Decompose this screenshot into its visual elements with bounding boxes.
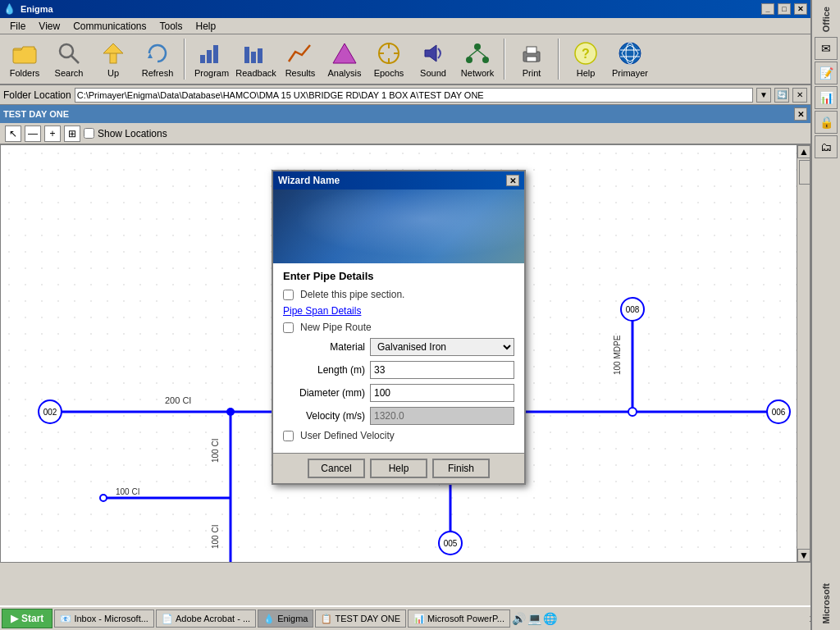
svg-text:100 MDPE: 100 MDPE xyxy=(613,335,622,375)
show-locations-label: Show Locations xyxy=(98,128,167,139)
minimize-button[interactable]: _ xyxy=(761,3,774,15)
wizard-help-button[interactable]: Help xyxy=(370,459,427,478)
scroll-down-button[interactable]: ▼ xyxy=(797,549,810,562)
results-label: Results xyxy=(285,68,316,78)
menu-help[interactable]: Help xyxy=(189,19,223,34)
taskbar-powerpoint[interactable]: 📊 Microsoft PowerP... xyxy=(408,609,510,628)
help-label: Help xyxy=(577,68,596,78)
folders-button[interactable]: Folders xyxy=(3,36,46,82)
program-button[interactable]: Program xyxy=(190,36,233,82)
pointer-tool-button[interactable]: ↖ xyxy=(5,126,21,142)
epochs-label: Epochs xyxy=(374,68,404,78)
wizard-title-bar: Wizard Name ✕ xyxy=(273,171,524,189)
results-button[interactable]: Results xyxy=(279,36,322,82)
svg-point-85 xyxy=(100,495,107,501)
svg-marker-12 xyxy=(333,43,356,63)
network-button[interactable]: Network xyxy=(456,36,499,82)
network-canvas[interactable]: 200 CI 100 CI 100 CI 100 CI 100 CI 100 M… xyxy=(0,144,810,563)
menu-tools[interactable]: Tools xyxy=(153,19,189,34)
taskbar-acrobat[interactable]: 📄 Adobe Acrobat - ... xyxy=(156,609,256,628)
taskbar-testday-label: TEST DAY ONE xyxy=(336,614,400,623)
svg-rect-26 xyxy=(527,57,536,62)
show-locations-checkbox-label[interactable]: Show Locations xyxy=(84,128,167,139)
svg-rect-11 xyxy=(258,48,262,63)
wizard-cancel-button[interactable]: Cancel xyxy=(308,459,365,478)
material-select[interactable]: Galvanised Iron MDPE CI PVC xyxy=(370,338,514,356)
velocity-input xyxy=(370,407,514,425)
addr-close-button[interactable]: ✕ xyxy=(792,88,807,103)
taskbar-inbox[interactable]: 📧 Inbox - Microsoft... xyxy=(54,609,154,628)
taskbar-enigma[interactable]: 💧 Enigma xyxy=(258,609,313,628)
primayer-button[interactable]: Primayer xyxy=(609,36,651,82)
length-input[interactable] xyxy=(370,361,514,379)
sidebar-lock-icon[interactable]: 🔒 xyxy=(815,111,838,134)
folder-location-input[interactable] xyxy=(75,88,753,103)
sidebar-chart-icon[interactable]: 📊 xyxy=(815,86,838,109)
readback-button[interactable]: Readback xyxy=(235,36,277,82)
document-title: TEST DAY ONE xyxy=(3,109,69,119)
show-locations-checkbox[interactable] xyxy=(84,128,94,139)
taskbar-enigma-label: Enigma xyxy=(277,614,308,623)
up-button[interactable]: Up xyxy=(92,36,135,82)
menu-view[interactable]: View xyxy=(32,19,66,34)
document-close-button[interactable]: ✕ xyxy=(794,107,807,121)
document-title-bar: TEST DAY ONE ✕ xyxy=(0,105,810,123)
close-button[interactable]: ✕ xyxy=(794,3,807,15)
diameter-input[interactable] xyxy=(370,384,514,402)
print-button[interactable]: Print xyxy=(510,36,553,82)
delete-pipe-checkbox[interactable] xyxy=(283,290,294,300)
svg-rect-10 xyxy=(251,52,256,63)
svg-marker-4 xyxy=(103,43,123,53)
maximize-button[interactable]: □ xyxy=(778,3,791,15)
wizard-finish-button[interactable]: Finish xyxy=(432,459,490,478)
readback-label: Readback xyxy=(235,68,276,78)
svg-marker-5 xyxy=(148,53,153,58)
pipe-span-link[interactable]: Pipe Span Details xyxy=(283,305,361,317)
sound-button[interactable]: Sound xyxy=(412,36,454,82)
help-button[interactable]: ? Help xyxy=(564,36,607,82)
svg-text:100 CI: 100 CI xyxy=(211,525,220,549)
length-label: Length (m) xyxy=(283,364,365,376)
microsoft-label: Microsoft xyxy=(821,580,831,628)
sidebar-email-icon[interactable]: ✉ xyxy=(815,37,838,60)
svg-text:200 CI: 200 CI xyxy=(165,395,191,405)
menu-file[interactable]: File xyxy=(3,19,32,34)
folders-label: Folders xyxy=(10,68,40,78)
sound-label: Sound xyxy=(420,68,446,78)
addr-go-button[interactable]: ▼ xyxy=(756,88,771,103)
wizard-close-button[interactable]: ✕ xyxy=(506,175,519,186)
sidebar-files-icon[interactable]: 🗂 xyxy=(815,135,838,158)
taskbar-inbox-label: Inbox - Microsoft... xyxy=(74,614,148,623)
user-velocity-label: User Defined Velocity xyxy=(300,430,395,441)
new-pipe-route-label: New Pipe Route xyxy=(300,322,372,333)
search-button[interactable]: Search xyxy=(48,36,90,82)
svg-text:100 CI: 100 CI xyxy=(116,487,139,496)
sidebar-doc-icon[interactable]: 📝 xyxy=(815,62,838,84)
multi-tool-button[interactable]: ⊞ xyxy=(64,126,80,142)
scroll-thumb[interactable] xyxy=(799,160,810,185)
cross-tool-button[interactable]: + xyxy=(44,126,61,142)
svg-line-23 xyxy=(477,50,486,57)
svg-point-62 xyxy=(226,408,235,416)
user-velocity-checkbox[interactable] xyxy=(283,431,294,441)
new-pipe-route-checkbox[interactable] xyxy=(283,322,294,333)
vertical-scrollbar[interactable]: ▲ ▼ xyxy=(797,145,810,562)
line-tool-button[interactable]: — xyxy=(25,126,41,142)
analysis-button[interactable]: Analysis xyxy=(323,36,366,82)
menu-communications[interactable]: Communications xyxy=(66,19,153,34)
wizard-title-text: Wizard Name xyxy=(278,175,340,186)
start-button[interactable]: ▶ Start xyxy=(2,609,52,628)
epochs-button[interactable]: Epochs xyxy=(368,36,410,82)
addr-refresh-button[interactable]: 🔄 xyxy=(774,88,789,103)
taskbar-testday[interactable]: 📋 TEST DAY ONE xyxy=(315,609,406,628)
svg-rect-8 xyxy=(213,45,218,63)
scroll-up-button[interactable]: ▲ xyxy=(797,145,810,158)
svg-point-19 xyxy=(474,43,481,50)
taskbar-powerpoint-label: Microsoft PowerP... xyxy=(427,614,504,623)
print-label: Print xyxy=(523,68,541,78)
svg-line-22 xyxy=(469,50,477,57)
diameter-label: Diameter (mm) xyxy=(283,387,365,399)
refresh-button[interactable]: Refresh xyxy=(136,36,179,82)
svg-text:100 CI: 100 CI xyxy=(211,439,220,463)
wizard-dialog: Wizard Name ✕ Enter Pipe Details Delete … xyxy=(272,170,526,485)
